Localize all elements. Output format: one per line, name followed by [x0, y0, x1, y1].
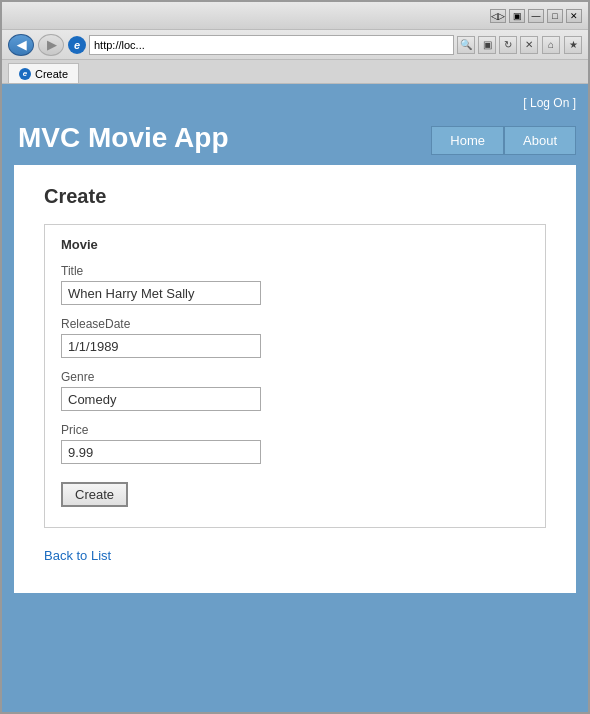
minimize-icon[interactable]: —	[528, 9, 544, 23]
favorites-icon[interactable]: ★	[564, 36, 582, 54]
releasedate-label: ReleaseDate	[61, 317, 529, 331]
compatibility-btn[interactable]: ▣	[478, 36, 496, 54]
app-title: MVC Movie App	[14, 122, 229, 154]
form-section: Movie Title ReleaseDate Genre	[44, 224, 546, 528]
section-title: Movie	[61, 237, 529, 252]
home-icon[interactable]: ⌂	[542, 36, 560, 54]
genre-label: Genre	[61, 370, 529, 384]
address-bar: e 🔍 ▣ ↻ ✕	[68, 35, 538, 55]
price-input[interactable]	[61, 440, 261, 464]
stop-btn[interactable]: ✕	[520, 36, 538, 54]
back-button[interactable]: ◀	[8, 34, 34, 56]
nav-about[interactable]: About	[504, 126, 576, 155]
search-dropdown-btn[interactable]: 🔍	[457, 36, 475, 54]
tab-label: Create	[35, 68, 68, 80]
releasedate-input[interactable]	[61, 334, 261, 358]
genre-input[interactable]	[61, 387, 261, 411]
main-content: Create Movie Title ReleaseDate	[14, 165, 576, 593]
title-input[interactable]	[61, 281, 261, 305]
nav-home[interactable]: Home	[431, 126, 504, 155]
url-input[interactable]	[89, 35, 454, 55]
create-button[interactable]: Create	[61, 482, 128, 507]
browser-window: ◁▷ ▣ — □ ✕ ◀ ▶ e 🔍 ▣ ↻ ✕ ⌂ ★ e Create	[0, 0, 590, 714]
nav-menu: Home About	[431, 126, 576, 155]
active-tab[interactable]: e Create	[8, 63, 79, 83]
tab-bar: e Create	[2, 60, 588, 84]
browser-icon: e	[68, 36, 86, 54]
releasedate-group: ReleaseDate	[61, 317, 529, 358]
refresh-btn[interactable]: ↻	[499, 36, 517, 54]
browser-toolbar: ◀ ▶ e 🔍 ▣ ↻ ✕ ⌂ ★	[2, 30, 588, 60]
price-group: Price	[61, 423, 529, 464]
app-wrapper: [ Log On ] MVC Movie App Home About Crea…	[2, 84, 588, 712]
title-controls: ◁▷ ▣ — □ ✕	[490, 9, 582, 23]
forward-button[interactable]: ▶	[38, 34, 64, 56]
price-label: Price	[61, 423, 529, 437]
maximize-icon[interactable]: □	[547, 9, 563, 23]
title-group: Title	[61, 264, 529, 305]
back-to-list-link[interactable]: Back to List	[44, 548, 111, 563]
app-container: [ Log On ] MVC Movie App Home About Crea…	[14, 96, 576, 700]
page-title: Create	[44, 185, 546, 208]
logon-link[interactable]: [ Log On ]	[523, 96, 576, 110]
logon-bar: [ Log On ]	[14, 96, 576, 110]
browser-titlebar: ◁▷ ▣ — □ ✕	[2, 2, 588, 30]
close-icon[interactable]: ✕	[566, 9, 582, 23]
title-label: Title	[61, 264, 529, 278]
tab-ie-icon: e	[19, 68, 31, 80]
tabs-icon[interactable]: ▣	[509, 9, 525, 23]
genre-group: Genre	[61, 370, 529, 411]
app-header: MVC Movie App Home About	[14, 114, 576, 163]
pin-icon[interactable]: ◁▷	[490, 9, 506, 23]
